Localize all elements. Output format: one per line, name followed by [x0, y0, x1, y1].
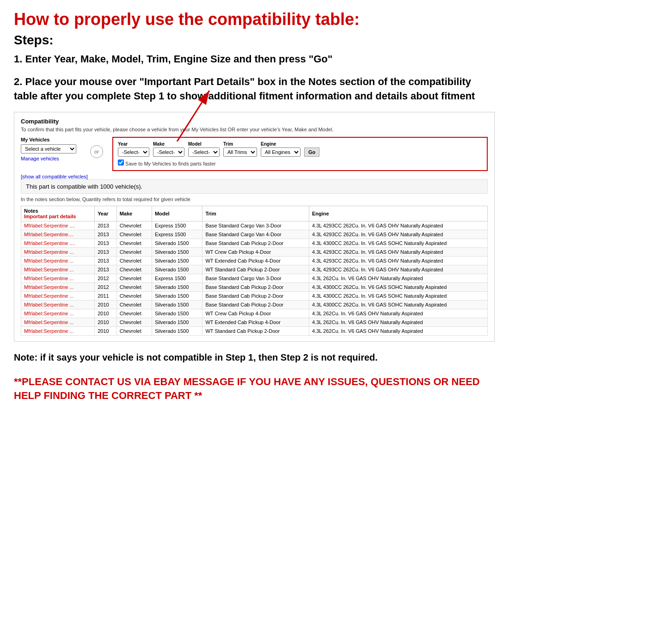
engine-field-group: Engine All Engines	[261, 141, 300, 157]
table-row: Mfrlabel:Serpentine ...2010ChevroletSilv…	[21, 318, 488, 326]
year-field-group: Year -Select-	[118, 141, 149, 157]
year-cell: 2010	[95, 318, 117, 326]
engine-cell: 4.3L 262Cu. In. V6 GAS OHV Naturally Asp…	[309, 318, 488, 326]
col-notes: Notes Important part details	[21, 206, 95, 221]
make-field-group: Make -Select-	[153, 141, 184, 157]
notes-cell: Mfrlabel:Serpentine ...	[21, 318, 95, 326]
note-text: Note: if it says your vehicle is not com…	[14, 351, 495, 364]
year-cell: 2010	[95, 300, 117, 309]
show-all-link[interactable]: [show all compatible vehicles]	[21, 174, 488, 179]
or-divider: or	[90, 145, 103, 158]
engine-cell: 4.3L 262Cu. In. V6 GAS OHV Naturally Asp…	[309, 326, 488, 335]
my-vehicles-panel: My Vehicles Select a vehicle Manage vehi…	[21, 137, 81, 161]
notes-cell: Mfrlabel:Serpentine ....	[21, 221, 95, 230]
select-vehicle[interactable]: Select a vehicle	[21, 144, 76, 153]
year-cell: 2013	[95, 230, 117, 239]
model-cell: Silverado 1500	[152, 282, 202, 291]
notes-cell: Mfrlabel:Serpentine ...	[21, 265, 95, 274]
make-cell: Chevrolet	[116, 318, 152, 326]
model-cell: Express 1500	[152, 274, 202, 282]
trim-cell: Base Standard Cab Pickup 2-Door	[202, 239, 309, 247]
trim-cell: WT Crew Cab Pickup 4-Door	[202, 247, 309, 256]
model-cell: Silverado 1500	[152, 318, 202, 326]
notes-cell: Mfrlabel:Serpentine ....	[21, 239, 95, 247]
engine-cell: 4.3L 4300CC 262Cu. In. V6 GAS SOHC Natur…	[309, 291, 488, 300]
step2-text: 2. Place your mouse over "Important Part…	[14, 75, 495, 104]
table-row: Mfrlabel:Serpentine ...2013ChevroletSilv…	[21, 265, 488, 274]
table-row: Mfrlabel:Serpentine ...2010ChevroletSilv…	[21, 326, 488, 335]
year-cell: 2013	[95, 256, 117, 265]
trim-select[interactable]: All Trims	[223, 147, 257, 157]
table-row: Mfrlabel:Serpentine ...2012ChevroletSilv…	[21, 282, 488, 291]
year-cell: 2013	[95, 247, 117, 256]
notes-cell: Mfrlabel:Serpentine ...	[21, 291, 95, 300]
contact-text: **PLEASE CONTACT US VIA EBAY MESSAGE IF …	[14, 375, 495, 404]
model-cell: Silverado 1500	[152, 247, 202, 256]
engine-cell: 4.3L 4300CC 262Cu. In. V6 GAS SOHC Natur…	[309, 282, 488, 291]
notes-cell: Mfrlabel:Serpentine ...	[21, 256, 95, 265]
engine-cell: 4.3L 4293CC 262Cu. In. V6 GAS OHV Natura…	[309, 265, 488, 274]
make-select[interactable]: -Select-	[153, 147, 184, 157]
engine-cell: 4.3L 262Cu. In. V6 GAS OHV Naturally Asp…	[309, 274, 488, 282]
model-select[interactable]: -Select-	[188, 147, 220, 157]
year-cell: 2013	[95, 239, 117, 247]
table-row: Mfrlabel:Serpentine ....2013ChevroletExp…	[21, 221, 488, 230]
table-row: Mfrlabel:Serpentine ...2010ChevroletSilv…	[21, 309, 488, 318]
notes-cell: Mfrlabel:Serpentine ...	[21, 326, 95, 335]
make-cell: Chevrolet	[116, 230, 152, 239]
model-label: Model	[188, 141, 220, 147]
year-select[interactable]: -Select-	[118, 147, 149, 157]
model-cell: Silverado 1500	[152, 300, 202, 309]
year-cell: 2010	[95, 326, 117, 335]
notes-cell: Mfrlabel:Serpentine ...	[21, 309, 95, 318]
manage-vehicles-link[interactable]: Manage vehicles	[21, 156, 81, 161]
compat-inner: My Vehicles Select a vehicle Manage vehi…	[21, 137, 488, 171]
trim-cell: WT Standard Cab Pickup 2-Door	[202, 326, 309, 335]
model-cell: Silverado 1500	[152, 256, 202, 265]
table-header-row: Notes Important part details Year Make M…	[21, 206, 488, 221]
col-model: Model	[152, 206, 202, 221]
year-cell: 2012	[95, 282, 117, 291]
quantity-note: In the notes section below, Quantity ref…	[21, 196, 488, 202]
make-label: Make	[153, 141, 184, 147]
compatibility-section: Compatibility To confirm that this part …	[14, 112, 495, 342]
model-cell: Silverado 1500	[152, 326, 202, 335]
trim-label: Trim	[223, 141, 257, 147]
make-cell: Chevrolet	[116, 247, 152, 256]
table-row: Mfrlabel:Serpentine....2013ChevroletExpr…	[21, 230, 488, 239]
trim-cell: Base Standard Cab Pickup 2-Door	[202, 282, 309, 291]
go-button[interactable]: Go	[304, 147, 319, 157]
make-cell: Chevrolet	[116, 256, 152, 265]
engine-cell: 4.3L 4293CC 262Cu. In. V6 GAS OHV Natura…	[309, 247, 488, 256]
form-fields-row: Year -Select- Make -Select- Model	[118, 141, 482, 157]
notes-cell: Mfrlabel:Serpentine ...	[21, 274, 95, 282]
table-row: Mfrlabel:Serpentine ...2010ChevroletSilv…	[21, 300, 488, 309]
year-cell: 2013	[95, 265, 117, 274]
make-cell: Chevrolet	[116, 265, 152, 274]
my-vehicles-label: My Vehicles	[21, 137, 81, 142]
compatibility-title: Compatibility	[21, 118, 488, 125]
year-label: Year	[118, 141, 149, 147]
count-text: This part is compatible with 1000 vehicl…	[26, 183, 142, 190]
trim-cell: Base Standard Cargo Van 4-Door	[202, 230, 309, 239]
count-bar: This part is compatible with 1000 vehicl…	[21, 179, 488, 194]
engine-cell: 4.3L 4293CC 262Cu. In. V6 GAS OHV Natura…	[309, 230, 488, 239]
trim-cell: WT Extended Cab Pickup 4-Door	[202, 318, 309, 326]
make-cell: Chevrolet	[116, 274, 152, 282]
model-cell: Silverado 1500	[152, 309, 202, 318]
model-cell: Silverado 1500	[152, 291, 202, 300]
trim-field-group: Trim All Trims	[223, 141, 257, 157]
notes-cell: Mfrlabel:Serpentine ...	[21, 300, 95, 309]
notes-cell: Mfrlabel:Serpentine....	[21, 230, 95, 239]
engine-cell: 4.3L 4300CC 262Cu. In. V6 GAS SOHC Natur…	[309, 300, 488, 309]
make-cell: Chevrolet	[116, 291, 152, 300]
make-cell: Chevrolet	[116, 326, 152, 335]
engine-cell: 4.3L 4300CC 262Cu. In. V6 GAS SOHC Natur…	[309, 239, 488, 247]
make-cell: Chevrolet	[116, 282, 152, 291]
engine-select[interactable]: All Engines	[261, 147, 300, 157]
year-cell: 2013	[95, 221, 117, 230]
save-checkbox[interactable]	[118, 159, 124, 166]
model-cell: Express 1500	[152, 221, 202, 230]
step1-text: 1. Enter Year, Make, Model, Trim, Engine…	[14, 52, 495, 67]
trim-cell: WT Crew Cab Pickup 4-Door	[202, 309, 309, 318]
